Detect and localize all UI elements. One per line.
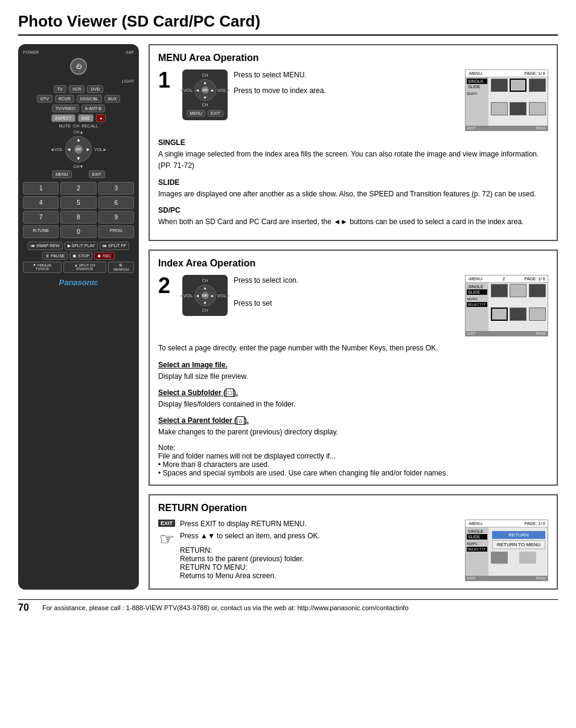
vcr-button[interactable]: VCR: [69, 85, 85, 93]
menu-btn-mini: MENU: [187, 110, 205, 117]
num-3[interactable]: 3: [98, 182, 134, 195]
step1-text2: Press to move to index area.: [234, 85, 459, 96]
ok-button[interactable]: OK: [74, 145, 83, 153]
screen-menu-col: SINGLE SLIDE SD/PC: [466, 77, 488, 126]
return-select-it: SELECT IT: [467, 547, 487, 552]
parent-icon: ⌂: [237, 416, 245, 425]
bbe-button[interactable]: BBE: [78, 114, 94, 122]
return-screen-footer: EXIT PAGE: [466, 576, 548, 581]
mute-ch-row: MUTE CH RECALL: [23, 124, 134, 128]
split-ch-button[interactable]: ▲ SPLIT CH DVD/VCR: [63, 262, 107, 273]
return-layout: EXIT ☞ Press EXIT to display RETURN MENU…: [158, 520, 548, 581]
menu-button[interactable]: MENU: [52, 170, 72, 178]
hand-icon: ☞: [159, 529, 174, 549]
note-label: Note:: [158, 443, 176, 452]
index-section: Index Area Operation 2 CH ◄VOL ▲ ▼ ◄: [149, 250, 558, 485]
step-1-row: 1 CH ◄VOL ▲ ▼ ◄ ► OK: [158, 69, 548, 131]
rec-button[interactable]: ⏺ REC: [94, 252, 115, 260]
select-parent-label: Select a Parent folder (: [158, 416, 237, 425]
split-ctrl-ff-button[interactable]: ⏭ SPLIT FF: [100, 242, 129, 250]
dpad-up[interactable]: ▲: [76, 137, 81, 143]
screen-menu-label: -MENU-: [468, 71, 483, 76]
prog-button[interactable]: PROG: [98, 225, 134, 238]
num-6[interactable]: 6: [98, 196, 134, 209]
swap-rew-button[interactable]: ⏮ SWAP REW: [28, 242, 62, 250]
menu-section-title: MENU Area Operation: [158, 53, 548, 63]
step1-remote-illustration: CH ◄VOL ▲ ▼ ◄ ► OK VOL►: [182, 69, 228, 120]
step-1-instructions: Press to select MENU. Press to move to i…: [234, 69, 459, 96]
recall-label: RECALL: [82, 124, 98, 128]
split-play-button[interactable]: ▶ SPLIT PLAY: [65, 242, 98, 250]
select-image-section: Select an Image file. Display full size …: [158, 359, 548, 382]
single-label: SINGLE: [158, 138, 185, 147]
exit-button[interactable]: EXIT: [89, 170, 106, 178]
dss-button[interactable]: DSS/CBL: [77, 95, 102, 103]
screen-page-label: PAGE: 1/ 6: [525, 71, 546, 76]
step2-text1: Press to select icon.: [234, 275, 459, 286]
aspect-button[interactable]: ASPECT: [51, 114, 75, 122]
dpad-right[interactable]: ►: [86, 147, 91, 152]
index-sdpc: SD/PC: [467, 297, 487, 301]
select-image-desc: Display full size file preview.: [158, 372, 248, 381]
return-screen-thumb: -MENU- PAGE: 1/ 6 SINGLE SLIDE SD/PC SEL…: [465, 520, 548, 581]
single-section: SINGLE A single image selected from the …: [158, 137, 548, 172]
tv-video-button[interactable]: TV/VIDEO: [52, 105, 79, 112]
screen-header-2: -MENU- 2 PAGE: 1/ 6: [466, 275, 548, 283]
page-number: 70: [18, 602, 36, 613]
menu-item-single: SINGLE: [467, 79, 487, 84]
return-sdpc: SD/PC: [467, 542, 487, 546]
red-button[interactable]: ●: [96, 114, 106, 122]
thumb-2-1: [491, 284, 508, 297]
aux-button[interactable]: AUX: [104, 95, 120, 103]
dpad-down[interactable]: ▼: [76, 156, 81, 161]
rtune-button[interactable]: R-TUNE: [23, 225, 59, 238]
dvd-button[interactable]: DVD: [87, 85, 103, 93]
thumb-2: [510, 79, 526, 92]
thumb-2-3: [529, 284, 546, 297]
power-button[interactable]: ⏻: [70, 58, 87, 75]
search-button[interactable]: 🔍 SEARCH: [108, 262, 134, 273]
screen-menu-col-2: SINGLE SLIDE SD/PC SELECT IT: [466, 283, 488, 331]
menu-item-slide: SLIDE: [467, 84, 487, 89]
dtv-button[interactable]: DTV: [37, 95, 53, 103]
sdpc-label: SD/PC: [158, 206, 181, 214]
dpad-left[interactable]: ◄: [66, 147, 71, 152]
num-2[interactable]: 2: [60, 182, 96, 195]
num-7[interactable]: 7: [23, 211, 59, 224]
thumb-6: [529, 102, 546, 115]
footer-text: For assistance, please call : 1-888-VIEW…: [42, 604, 409, 611]
mute-label: MUTE: [59, 124, 71, 128]
pause-button[interactable]: ⏸ PAUSE: [42, 252, 68, 260]
slide-label: SLIDE: [158, 178, 179, 187]
num-5[interactable]: 5: [60, 196, 96, 209]
screen-content-2: [490, 283, 548, 331]
antenna-button[interactable]: A·ANT·B: [82, 105, 105, 112]
brand-label: Panasonic: [23, 278, 134, 287]
freeze-button[interactable]: ▼ FREEZE TV/VCR: [23, 262, 62, 273]
main-layout: POWER SAP ⏻ LIGHT TV VCR DVD DTV RCVR DS…: [18, 44, 558, 590]
thumb-2-2: [510, 284, 526, 297]
exit-icon-label: EXIT: [158, 520, 175, 527]
num-9[interactable]: 9: [98, 211, 134, 224]
index-section-title: Index Area Operation: [158, 258, 548, 269]
screen-footer-2: EXIT PAGE: [466, 331, 548, 336]
rcvr-button[interactable]: RCVR: [55, 95, 74, 103]
dpad[interactable]: ▲ ▼ ◄ ► OK: [65, 136, 92, 163]
light-label: LIGHT: [23, 79, 134, 83]
single-desc: A single image selected from the index a…: [158, 150, 539, 170]
tv-button[interactable]: TV: [54, 85, 66, 93]
num-4[interactable]: 4: [23, 196, 59, 209]
num-1[interactable]: 1: [23, 182, 59, 195]
thumb-2-5: [510, 308, 526, 321]
remote-row-2: DTV RCVR DSS/CBL AUX: [23, 95, 134, 103]
num-8[interactable]: 8: [60, 211, 96, 224]
power-label: POWER: [23, 50, 39, 54]
sdpc-section: SD/PC When both an SD Card and PC Card a…: [158, 205, 548, 228]
color-buttons: ASPECT BBE ●: [23, 114, 134, 122]
exit-btn-mini: EXIT: [208, 110, 223, 117]
num-0[interactable]: 0: [60, 225, 96, 238]
note-desc: File and folder names will not be displa…: [158, 452, 336, 460]
stop-button[interactable]: ⏹ STOP: [69, 252, 92, 260]
remote-row-3: TV/VIDEO A·ANT·B: [23, 105, 134, 112]
step-1-number: 1: [158, 69, 176, 91]
